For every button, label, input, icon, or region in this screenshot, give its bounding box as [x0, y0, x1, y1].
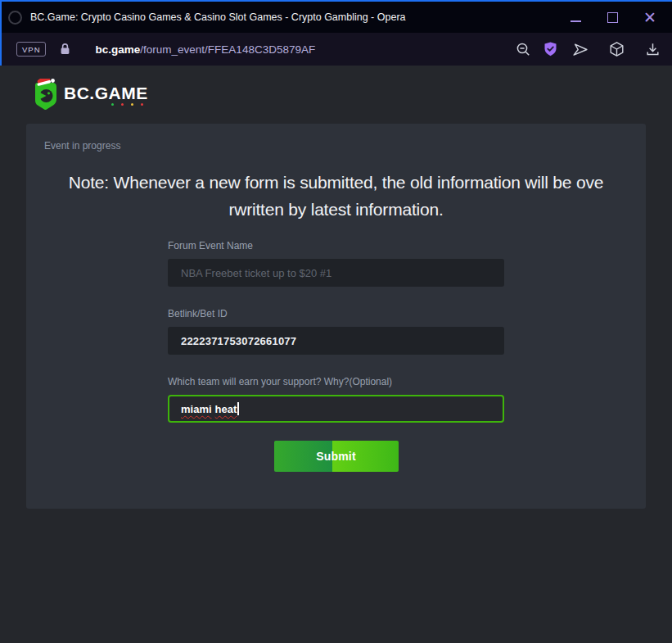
vpn-badge[interactable]: VPN [16, 42, 46, 57]
opera-logo-icon [8, 11, 22, 25]
send-icon[interactable] [572, 41, 589, 57]
url-path: /forum_event/FFEA148C3D5879AF [140, 43, 315, 56]
team-support-input[interactable]: miamiheat [168, 395, 504, 423]
bcgame-logo-icon [31, 79, 59, 111]
forum-event-name-label: Forum Event Name [168, 240, 504, 251]
zoom-out-icon[interactable] [515, 41, 531, 57]
url-domain: bc.game [96, 43, 141, 56]
event-status-text: Event in progress [44, 140, 646, 152]
minimize-button[interactable] [570, 11, 582, 24]
cube-icon[interactable] [608, 41, 625, 57]
download-icon[interactable] [644, 41, 661, 57]
forum-event-name-input[interactable] [168, 259, 504, 287]
text-caret [237, 402, 239, 415]
field-forum-event-name: Forum Event Name [168, 240, 504, 287]
event-form: Forum Event Name Betlink/Bet ID Which te… [168, 240, 504, 472]
lock-icon[interactable] [59, 43, 71, 56]
form-note: Note: Whenever a new form is submitted, … [26, 169, 646, 223]
field-team-support: Which team will earn your support? Why?(… [168, 376, 504, 423]
betlink-id-label: Betlink/Bet ID [168, 308, 504, 319]
address-bar-actions [515, 41, 661, 57]
team-support-label: Which team will earn your support? Why?(… [168, 376, 504, 387]
window-controls: ✕ [570, 11, 661, 24]
shield-check-icon[interactable] [542, 41, 558, 57]
bcgame-logo-text: BC.GAME [64, 84, 148, 102]
close-button[interactable]: ✕ [643, 11, 656, 24]
browser-window: BC.Game: Crypto Casino Games & Casino Sl… [0, 0, 672, 643]
site-logo[interactable]: BC.GAME [31, 77, 672, 113]
title-bar: BC.Game: Crypto Casino Games & Casino Sl… [0, 2, 672, 33]
betlink-id-input[interactable] [168, 327, 504, 355]
page-content: BC.GAME Event in progress Note: Whenever… [0, 66, 672, 643]
team-support-word: heat [215, 403, 237, 415]
url-field[interactable]: bc.game/forum_event/FFEA148C3D5879AF [96, 43, 515, 56]
team-support-word: miami [181, 403, 212, 415]
window-title: BC.Game: Crypto Casino Games & Casino Sl… [30, 11, 570, 23]
logo-holiday-dots [64, 103, 148, 106]
event-form-panel: Event in progress Note: Whenever a new f… [26, 124, 646, 509]
form-note-line2: rwritten by latest information. [26, 196, 646, 223]
form-note-line1: Note: Whenever a new form is submitted, … [26, 169, 646, 196]
submit-button[interactable]: Submit [274, 441, 399, 472]
field-betlink-id: Betlink/Bet ID [168, 308, 504, 355]
maximize-button[interactable] [607, 11, 619, 24]
address-bar: VPN bc.game/forum_event/FFEA148C3D5879AF [0, 33, 672, 66]
